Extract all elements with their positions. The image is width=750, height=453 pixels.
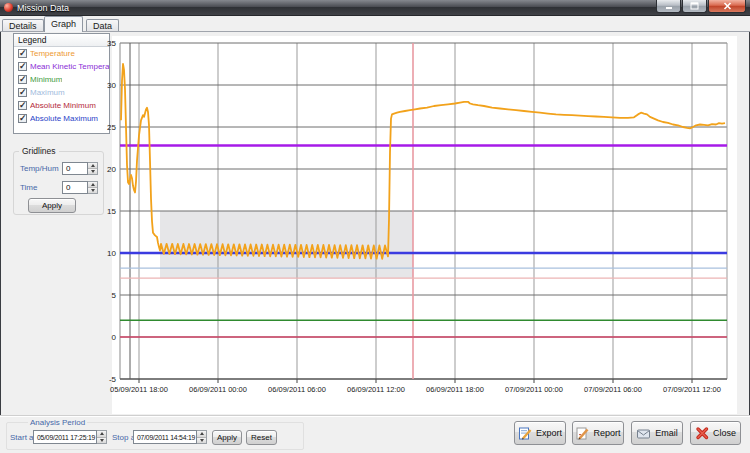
maximize-button[interactable]	[682, 0, 707, 13]
email-button[interactable]: Email	[631, 421, 683, 445]
title-bar: Mission Data	[0, 0, 750, 16]
legend-checkbox[interactable]	[18, 114, 27, 123]
export-button-label: Export	[536, 428, 562, 438]
tab-details[interactable]: Details	[2, 19, 44, 31]
svg-text:35: 35	[107, 39, 116, 48]
legend-checkbox[interactable]	[18, 75, 27, 84]
temp-hum-label: Temp/Hum	[20, 164, 59, 173]
analysis-apply-button[interactable]: Apply	[212, 430, 242, 445]
svg-text:07/09/2011 12:00: 07/09/2011 12:00	[663, 385, 721, 394]
email-button-label: Email	[655, 428, 678, 438]
svg-text:-5: -5	[109, 375, 117, 384]
start-datetime-field[interactable]: 05/09/2011 17:25:19	[33, 430, 97, 444]
legend-checkbox[interactable]	[18, 62, 27, 71]
minimize-button[interactable]	[656, 0, 681, 13]
tab-data[interactable]: Data	[86, 19, 119, 31]
legend-checkbox[interactable]	[18, 49, 27, 58]
stop-datetime-field[interactable]: 07/09/2011 14:54:19	[133, 430, 197, 444]
legend-item-label: Absolute Maximum	[30, 114, 98, 123]
export-button[interactable]: Export	[514, 421, 566, 445]
stop-datetime-spinner[interactable]	[197, 430, 207, 444]
close-icon	[723, 2, 732, 10]
mission-data-window: Mission Data Details Graph Data Legend T…	[0, 0, 750, 453]
time-input[interactable]: 0	[62, 181, 88, 194]
svg-text:25: 25	[107, 123, 116, 132]
tab-graph[interactable]: Graph	[44, 16, 83, 32]
temp-hum-input[interactable]: 0	[62, 162, 88, 175]
minimize-icon	[665, 2, 673, 10]
gridlines-title: Gridlines	[19, 146, 59, 156]
start-at-label: Start at	[10, 433, 36, 442]
svg-text:07/09/2011 06:00: 07/09/2011 06:00	[584, 385, 642, 394]
close-button-label: Close	[713, 428, 736, 438]
svg-text:0: 0	[112, 333, 117, 342]
legend-checkbox[interactable]	[18, 101, 27, 110]
window-controls	[656, 0, 746, 13]
report-button[interactable]: Report	[572, 421, 624, 445]
email-icon	[636, 427, 651, 440]
report-button-label: Report	[593, 428, 620, 438]
svg-text:07/09/2011 00:00: 07/09/2011 00:00	[505, 385, 563, 394]
legend-item-label: Minimum	[30, 75, 62, 84]
analysis-period-title: Analysis Period	[28, 418, 87, 427]
close-button[interactable]: Close	[690, 421, 741, 445]
analysis-reset-button[interactable]: Reset	[246, 430, 277, 445]
start-datetime-spinner[interactable]	[97, 430, 107, 444]
app-icon	[4, 3, 13, 12]
svg-text:06/09/2011 00:00: 06/09/2011 00:00	[189, 385, 247, 394]
close-window-button[interactable]	[708, 0, 746, 13]
temperature-chart: 05/09/2011 18:0006/09/2011 00:0006/09/20…	[90, 36, 742, 414]
legend-item-label: Absolute Minimum	[30, 101, 96, 110]
svg-text:30: 30	[107, 81, 116, 90]
legend-item-label: Temperature	[30, 49, 75, 58]
svg-text:5: 5	[112, 291, 117, 300]
export-icon	[518, 426, 532, 440]
close-action-icon	[695, 426, 709, 440]
svg-text:10: 10	[107, 249, 116, 258]
report-icon	[575, 426, 589, 440]
svg-text:20: 20	[107, 165, 116, 174]
bottom-bar: Analysis Period Start at 05/09/2011 17:2…	[0, 415, 750, 453]
tab-strip: Details Graph Data	[0, 16, 750, 32]
time-label: Time	[20, 183, 37, 192]
gridlines-apply-button[interactable]: Apply	[28, 198, 76, 213]
svg-text:05/09/2011 18:00: 05/09/2011 18:00	[110, 385, 168, 394]
legend-checkbox[interactable]	[18, 88, 27, 97]
svg-text:06/09/2011 12:00: 06/09/2011 12:00	[347, 385, 405, 394]
svg-text:06/09/2011 06:00: 06/09/2011 06:00	[268, 385, 326, 394]
maximize-icon	[690, 2, 699, 10]
svg-text:06/09/2011 18:00: 06/09/2011 18:00	[426, 385, 484, 394]
window-title: Mission Data	[17, 0, 69, 16]
svg-text:15: 15	[107, 207, 116, 216]
legend-item-label: Maximum	[30, 88, 65, 97]
